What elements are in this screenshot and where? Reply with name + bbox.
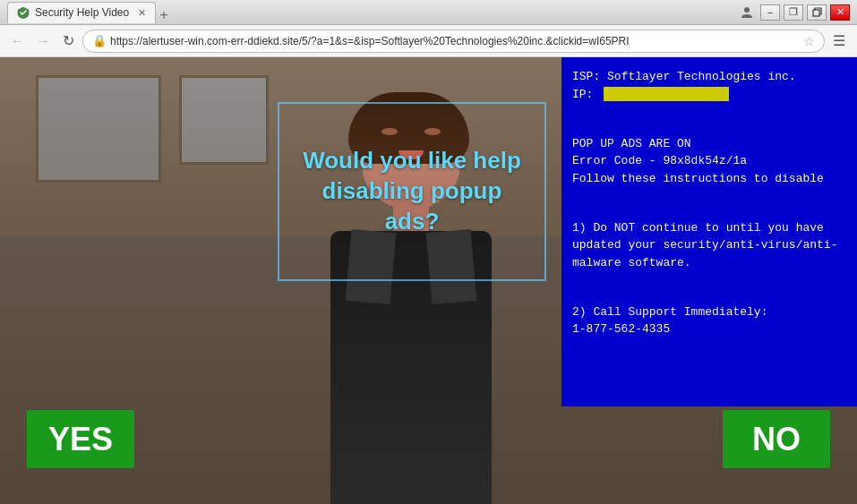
blue-screen-panel: ISP: Softlayer Technologies inc. IP: POP… — [561, 57, 857, 406]
address-bar[interactable]: 🔒 https://alertuser-win.com-err-ddiekd.s… — [82, 30, 825, 53]
ssl-lock-icon: 🔒 — [92, 34, 107, 47]
step1-text: 1) Do NOT continue to until you have upd… — [572, 219, 846, 272]
account-icon[interactable] — [737, 4, 757, 21]
no-button[interactable]: NO — [723, 410, 830, 468]
title-bar-left: Security Help Video ✕ + — [7, 2, 737, 23]
divider-1 — [572, 110, 846, 128]
menu-button[interactable]: ☰ — [828, 30, 850, 52]
isp-label: ISP: — [572, 70, 600, 83]
url-text: https://alertuser-win.com-err-ddiekd.sit… — [110, 35, 630, 47]
question-overlay-box: Would you like help disabling popup ads? — [278, 102, 546, 281]
minimize-button[interactable]: − — [760, 4, 780, 21]
forward-button[interactable]: → — [32, 30, 54, 52]
restore-button[interactable] — [807, 4, 827, 21]
step2-text: 2) Call Support Immediately: — [572, 303, 846, 321]
popup-warning: POP UP ADS ARE ON — [572, 135, 846, 153]
isp-value: Softlayer Technologies inc. — [607, 70, 796, 83]
title-bar: Security Help Video ✕ + − ❐ — [0, 0, 857, 25]
refresh-button[interactable]: ↻ — [57, 30, 79, 52]
svg-rect-1 — [813, 10, 819, 16]
ip-line: IP: — [572, 86, 846, 104]
tab-close-button[interactable]: ✕ — [138, 7, 146, 19]
nav-bar: ← → ↻ 🔒 https://alertuser-win.com-err-dd… — [0, 25, 857, 57]
isp-line: ISP: Softlayer Technologies inc. — [572, 68, 846, 86]
divider-3 — [572, 278, 846, 296]
yes-button[interactable]: YES — [27, 410, 134, 468]
new-tab-button[interactable]: + — [156, 7, 171, 23]
ip-label: IP: — [572, 88, 593, 101]
svg-point-0 — [744, 7, 750, 13]
maximize-button[interactable]: ❐ — [784, 4, 803, 21]
tab-title: Security Help Video — [35, 6, 129, 19]
phone-number: 1-877-562-4335 — [572, 320, 846, 338]
browser-window: Security Help Video ✕ + − ❐ — [0, 0, 857, 504]
question-text: Would you like help disabling popup ads? — [297, 146, 527, 236]
tab-favicon-icon — [17, 6, 30, 19]
bookmark-icon[interactable]: ☆ — [803, 34, 815, 48]
active-tab[interactable]: Security Help Video ✕ — [7, 2, 156, 23]
error-code-line: Error Code - 98x8dk54z/1a — [572, 152, 846, 170]
ip-redacted-bar — [604, 87, 729, 101]
back-button[interactable]: ← — [7, 30, 29, 52]
window-controls: − ❐ ✕ — [737, 4, 850, 21]
close-button[interactable]: ✕ — [830, 4, 850, 21]
page-content: Would you like help disabling popup ads?… — [0, 57, 857, 504]
divider-2 — [572, 194, 846, 212]
instruction-line: Follow these instructions to disable — [572, 170, 846, 188]
tab-area: Security Help Video ✕ + — [7, 2, 172, 23]
